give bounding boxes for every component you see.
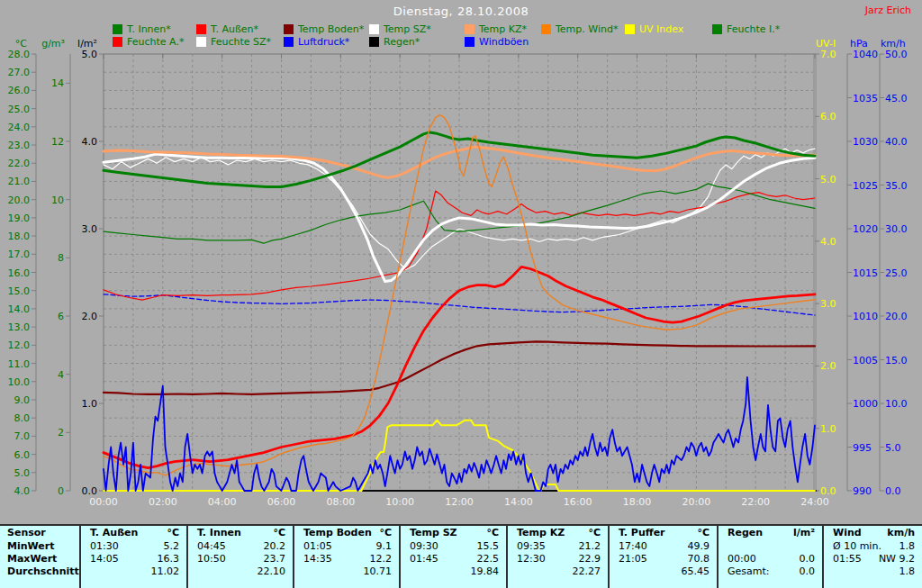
table-cell-value: 0.0 <box>800 553 816 565</box>
axis-label: 0.0 <box>885 485 901 497</box>
axis-label: 13.0 <box>8 321 31 333</box>
axis-label: 1015 <box>853 267 878 279</box>
table-col-name: Temp KZ <box>517 527 565 538</box>
axis-label: 990 <box>853 485 872 497</box>
axis-label: 1030 <box>853 136 878 148</box>
axis-label: 11.0 <box>8 358 31 370</box>
table-row-label: MaxWert <box>7 553 57 565</box>
table-cell-time: 01:30 <box>90 540 119 552</box>
axis-label: 18.0 <box>8 231 31 242</box>
axis-label: 50.0 <box>885 49 908 60</box>
table-cell-value: 22.5 <box>477 553 500 565</box>
axis-label: 17.0 <box>8 249 31 260</box>
axis-label: 8.0 <box>14 412 31 424</box>
axis-label: 4.0 <box>820 236 836 248</box>
axis-label: 1020 <box>853 223 878 235</box>
axis-label: 23.0 <box>8 140 31 151</box>
axis-label: 5.0 <box>820 174 836 185</box>
table-col-unit: l/m² <box>793 527 815 538</box>
axis-label: 5.0 <box>885 442 901 454</box>
axis-label: 1.0 <box>82 398 98 410</box>
axis-label: 4 <box>58 369 64 381</box>
axis-label: 40.0 <box>885 136 908 148</box>
axis-label: 24.0 <box>8 122 31 133</box>
axis-label: 0 <box>58 485 64 497</box>
axis-label: 08:00 <box>326 496 355 508</box>
axis-label: 6.0 <box>820 111 836 122</box>
axis-label: 26.0 <box>8 85 31 96</box>
axis-label: 22.0 <box>8 158 31 169</box>
table-cell-time: Ø 10 min. <box>833 540 881 552</box>
axis-label: 4.0 <box>82 136 98 148</box>
axis-label: 1035 <box>853 93 878 104</box>
table-column-separator <box>399 526 401 588</box>
table-col-name: Temp SZ <box>410 527 457 538</box>
table-cell-value: 10.71 <box>364 565 393 577</box>
axis-label: 10.0 <box>885 398 908 410</box>
table-cell-time: 17:40 <box>619 540 647 552</box>
chart-canvas: 4.05.06.07.08.09.010.011.012.013.014.015… <box>0 0 922 522</box>
axis-label: 21.0 <box>8 176 31 187</box>
table-column-separator <box>186 526 188 588</box>
axis-label: 14.0 <box>8 303 31 315</box>
table-cell-value: 49.9 <box>688 540 710 552</box>
table-col-name: Temp Boden <box>303 527 372 538</box>
axis-label: 27.0 <box>8 67 31 78</box>
axis-label: 24:00 <box>800 496 829 508</box>
table-cell-time: 14:05 <box>90 553 119 565</box>
axis-label: 14 <box>51 77 64 89</box>
axis-label: 16:00 <box>564 496 592 508</box>
table-cell-value: 0.0 <box>800 565 816 577</box>
axis-label: 5.0 <box>82 49 98 60</box>
axis-label: 45.0 <box>885 93 908 104</box>
table-col-unit: °C <box>379 527 392 538</box>
axis-label: 4.0 <box>14 485 31 497</box>
table-col-name: T. Innen <box>197 527 241 538</box>
axis-label: 2.0 <box>820 360 836 372</box>
table-column-separator <box>822 526 824 588</box>
axis-label: 10:00 <box>385 496 414 508</box>
axis-label: 1025 <box>853 180 878 192</box>
axis-label: 12 <box>51 136 64 148</box>
axis-label: 3.0 <box>820 298 836 310</box>
table-cell-value: NW 9.2 <box>879 553 915 565</box>
table-cell-value: 22.27 <box>573 565 601 577</box>
table-column-separator <box>608 526 610 588</box>
axis-label: g/m³ <box>41 38 65 50</box>
table-cell-time: 04:45 <box>197 540 226 552</box>
axis-label: °C <box>15 38 28 50</box>
table-cell-time: 01:45 <box>410 553 438 565</box>
axis-label: 10 <box>51 194 64 206</box>
axis-label: 12.0 <box>8 339 31 351</box>
table-cell-value: 22.9 <box>579 553 601 565</box>
axis-label: 04:00 <box>208 496 237 508</box>
table-header-sensor: Sensor <box>7 527 46 538</box>
axis-label: 5.0 <box>14 467 31 479</box>
axis-label: 25.0 <box>8 104 31 115</box>
table-cell-value: 22.10 <box>258 565 286 577</box>
table-col-name: T. Außen <box>90 527 138 538</box>
table-column-separator <box>506 526 508 588</box>
axis-label: 00:00 <box>89 496 118 508</box>
table-cell-value: 1.8 <box>899 565 916 577</box>
table-cell-time: 09:30 <box>410 540 438 552</box>
axis-label: 10.0 <box>8 376 31 388</box>
table-cell-value: 20.2 <box>264 540 286 552</box>
axis-label: 995 <box>853 442 872 454</box>
axis-label: 20.0 <box>885 311 908 322</box>
table-cell-value: 21.2 <box>579 540 601 552</box>
table-cell-value: 16.3 <box>158 553 180 565</box>
table-cell-value: 65.45 <box>682 565 710 577</box>
table-top-border <box>0 524 922 526</box>
table-cell-time: 14:35 <box>303 553 332 565</box>
table-col-unit: °C <box>486 527 499 538</box>
axis-label: l/m² <box>77 38 97 50</box>
axis-label: 6.0 <box>14 449 31 461</box>
table-row-label: MinWert <box>7 540 54 552</box>
axis-label: 7.0 <box>14 430 31 442</box>
axis-label: 25.0 <box>885 267 908 279</box>
axis-label: 2 <box>58 427 64 439</box>
axis-label: 28.0 <box>8 49 31 60</box>
axis-label: 19.0 <box>8 213 31 224</box>
table-cell-value: 19.84 <box>471 565 500 577</box>
